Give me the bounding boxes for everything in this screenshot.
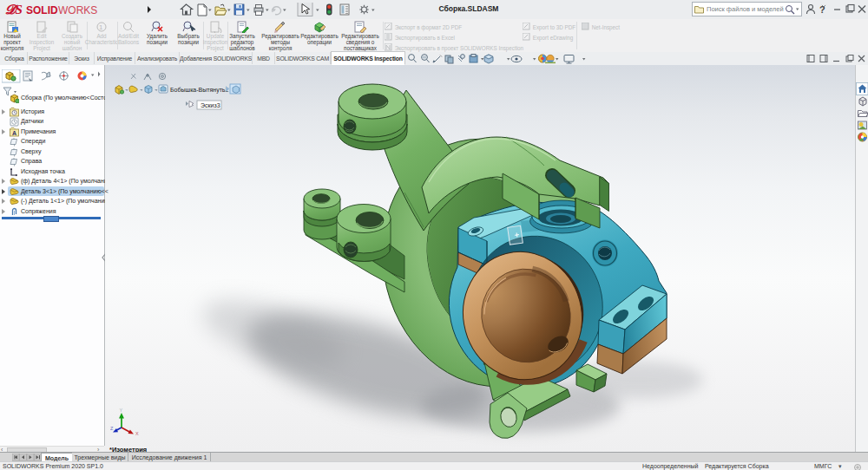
svg-text:A: A — [12, 130, 16, 136]
svg-text:SOLID: SOLID — [26, 4, 58, 16]
svg-text:WORKS: WORKS — [58, 4, 97, 16]
svg-text:Бобышка-Вытянуть2: Бобышка-Вытянуть2 — [170, 87, 228, 94]
svg-text:Y: Y — [120, 408, 123, 413]
svg-text:X: X — [135, 431, 139, 436]
svg-text:Z: Z — [110, 426, 114, 431]
svg-text:Эскиз3: Эскиз3 — [201, 102, 220, 108]
svg-text:𝓓S: 𝓓S — [5, 3, 23, 16]
svg-text:1: 1 — [99, 23, 103, 31]
